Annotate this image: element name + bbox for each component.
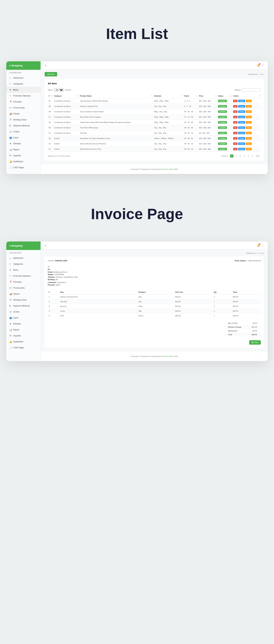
view-button[interactable]: View [246,137,252,140]
col-header[interactable]: Action⇅ [232,94,261,98]
view-button[interactable]: View [246,132,252,134]
sidebar-item-pincodes[interactable]: 📍Pincodes [6,279,41,285]
add-item-button[interactable]: Add Item [45,72,57,76]
sidebar-item-inquiries[interactable]: ✉Inquiries [6,153,41,158]
search-input[interactable] [242,88,261,92]
footer: Copyright © Designed & Developed by Payo… [41,164,268,174]
prev-button[interactable]: Previous [220,154,229,158]
sidebar-item-items[interactable]: ✦Items [6,267,41,273]
sidebar-item-pincodes[interactable]: 📍Pincodes [6,99,41,105]
app-icon[interactable]: ⋮ [262,64,264,67]
view-button[interactable]: View [246,110,252,113]
nav-icon: ⚐ [9,95,12,97]
edit-button[interactable]: Ed [233,105,238,108]
sidebar-item-promotion-banners[interactable]: ⚐Promotion Banners [6,93,41,99]
page-button[interactable]: 2 [234,154,238,158]
nav-label: Users [13,136,19,139]
sidebar-item-cms-pages[interactable]: 📄CMS Pages› [6,164,41,170]
col-header[interactable]: Price⇅ [198,94,217,98]
footer-link[interactable]: Payon Apps [163,355,173,357]
notification-icon[interactable]: 🔔2 [257,244,260,247]
delete-button[interactable]: Delete [238,132,245,134]
sidebar-item-orders[interactable]: 🛒Orders [6,129,41,135]
page-button[interactable]: 6 [251,154,254,158]
sidebar-item-payment-methods[interactable]: $Payment Methods [6,123,41,129]
sidebar-item-users[interactable]: 👥Users [6,315,41,321]
sidebar-item-payment-methods[interactable]: $Payment Methods [6,303,41,309]
delete-button[interactable]: Delete [238,116,245,118]
col-header[interactable]: Category⇅ [53,94,79,98]
sidebar-item-working-hours[interactable]: ⏱Working Hours [6,117,41,123]
delete-button[interactable]: Delete [238,137,245,140]
status-badge: Available [218,105,227,108]
sidebar-item-promocodes[interactable]: 🏷Promocodes [6,105,41,111]
page-button[interactable]: 1 [230,154,233,158]
nav-icon: 📄 [9,166,12,169]
edit-button[interactable]: Ed [233,137,238,140]
sidebar-item-cms-pages[interactable]: 📄CMS Pages› [6,345,41,351]
sidebar-item-report[interactable]: 📊Report [6,147,41,153]
edit-button[interactable]: Ed [233,148,238,150]
page-button[interactable]: 4 [243,154,246,158]
edit-button[interactable]: Ed [233,132,238,134]
sidebar-item-categories[interactable]: ≡Categories [6,261,41,267]
view-button[interactable]: View [246,100,252,102]
sidebar-item-working-hours[interactable]: ⏱Working Hours [6,297,41,303]
sidebar-item-users[interactable]: 👥Users [6,135,41,141]
notification-icon[interactable]: 🔔2 [257,64,260,67]
delete-button[interactable]: Delete [238,121,245,124]
sidebar-item-drivers[interactable]: 🚚Drivers [6,291,41,297]
col-header[interactable]: Stock⇅ [184,94,198,98]
edit-button[interactable]: Ed [233,126,238,129]
sidebar-item-orders[interactable]: 🛒Orders [6,309,41,315]
sidebar-item-inquiries[interactable]: ✉Inquiries [6,333,41,339]
sidebar-item-notification[interactable]: 🔔Notification [6,158,41,164]
view-button[interactable]: View [246,121,252,124]
delete-button[interactable]: Delete [238,100,245,102]
view-button[interactable]: View [246,148,252,150]
delete-button[interactable]: Delete [238,110,245,113]
sidebar-section: DASHBOARD [6,70,41,75]
delete-button[interactable]: Delete [238,105,245,108]
sidebar-item-reviews[interactable]: ★Reviews [6,141,41,147]
view-button[interactable]: View [246,142,252,145]
sidebar-item-categories[interactable]: ≡Categories [6,81,41,87]
sidebar-item-drivers[interactable]: 🚚Drivers [6,111,41,117]
col-header[interactable]: Product Name⇅ [79,94,153,98]
entries-select[interactable]: 10 [54,88,64,92]
col-header[interactable]: Status⇅ [217,94,232,98]
edit-button[interactable]: Ed [233,142,238,145]
view-button[interactable]: View [246,126,252,129]
delete-button[interactable]: Delete [238,142,245,145]
sidebar-item-promocodes[interactable]: 🏷Promocodes [6,285,41,291]
hamburger-icon[interactable]: ≡ [45,244,46,247]
page-button[interactable]: 5 [247,154,250,158]
view-button[interactable]: View [246,116,252,118]
hamburger-icon[interactable]: ≡ [45,64,46,67]
edit-button[interactable]: Ed [233,121,238,124]
sidebar-item-items[interactable]: ✦Items [6,87,41,93]
nav-icon: ⏱ [9,299,12,301]
edit-button[interactable]: Ed [233,100,238,102]
table-row: 56Condiments & SpicesCape Fresh Natural … [48,120,261,125]
sidebar-item-report[interactable]: 📊Report [6,327,41,333]
footer-link[interactable]: Payon Apps [163,168,173,170]
delete-button[interactable]: Delete [238,148,245,150]
app-icon[interactable]: ⋮ [262,244,264,247]
sidebar-item-notification[interactable]: 🔔Notification [6,339,41,345]
col-header[interactable]: #⇅ [48,94,53,98]
sidebar-item-reviews[interactable]: ★Reviews [6,321,41,327]
next-button[interactable]: Next [255,154,261,158]
sidebar-item-promotion-banners[interactable]: ⚐Promotion Banners [6,273,41,279]
edit-button[interactable]: Ed [233,110,238,113]
nav-icon: 🔔 [9,341,12,343]
delete-button[interactable]: Delete [238,126,245,129]
view-button[interactable]: View [246,105,252,108]
sidebar-item-dashboard[interactable]: ⌂Dashboard [6,255,41,261]
page-button[interactable]: 3 [238,154,242,158]
sidebar-item-dashboard[interactable]: ⌂Dashboard [6,75,41,81]
notif-badge: 2 [259,243,260,245]
edit-button[interactable]: Ed [233,116,238,118]
print-button[interactable]: 🖶Print [249,340,261,345]
col-header[interactable]: Variation⇅ [153,94,183,98]
